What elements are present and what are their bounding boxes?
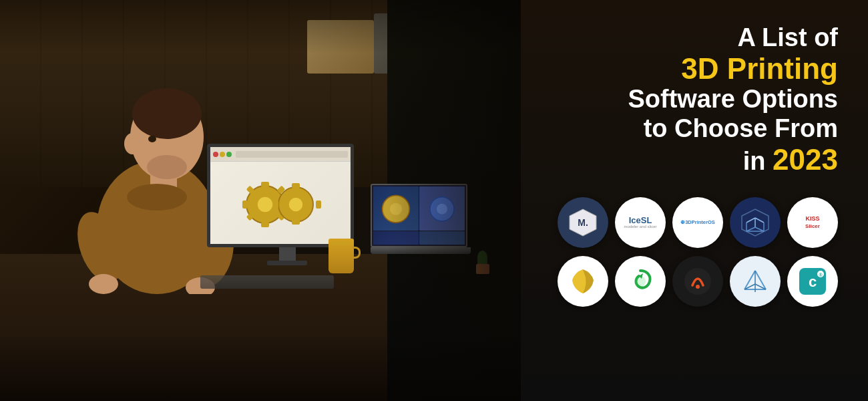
logos-row-2: c ®: [558, 256, 838, 307]
software-logos-grid: M. IceSL modeler and slicer ⊕3DPrinterOS: [558, 197, 838, 307]
logo-netfabb: [730, 256, 781, 307]
svg-line-35: [755, 218, 764, 223]
svg-text:®: ®: [819, 273, 823, 277]
svg-text:c: c: [809, 273, 817, 290]
svg-rect-14: [261, 182, 269, 187]
logo-icesl: IceSL modeler and slicer: [615, 197, 666, 248]
page-container: A List of 3D Printing Software Options t…: [0, 0, 868, 401]
title-line-4: to Choose From: [628, 114, 838, 144]
svg-line-40: [755, 227, 764, 231]
title-line-2: 3D Printing: [628, 53, 838, 85]
title-line-3: Software Options: [628, 85, 838, 114]
svg-point-44: [684, 268, 711, 295]
svg-point-11: [148, 136, 156, 142]
svg-point-4: [127, 184, 187, 211]
svg-point-45: [696, 285, 700, 289]
keyboard: [200, 275, 334, 289]
coffee-cup: [329, 239, 362, 282]
svg-line-41: [746, 227, 755, 231]
top-gradient: [0, 0, 521, 53]
logo-meshlab: M.: [558, 197, 608, 248]
svg-point-13: [257, 196, 273, 213]
logos-row-1: M. IceSL modeler and slicer ⊕3DPrinterOS: [558, 197, 838, 248]
title-line-1: A List of: [628, 23, 838, 53]
svg-point-9: [147, 155, 187, 179]
svg-rect-16: [242, 200, 248, 209]
logo-3dprinteros: ⊕3DPrinterOS: [672, 197, 723, 248]
title-year: 2023: [773, 143, 838, 176]
logo-craftware: [615, 256, 666, 307]
main-title-block: A List of 3D Printing Software Options t…: [628, 23, 838, 177]
svg-point-2: [132, 88, 202, 139]
logo-simplify3d: [558, 256, 608, 307]
logo-3dxpert: [730, 197, 781, 248]
svg-rect-15: [261, 222, 269, 227]
svg-point-7: [89, 274, 118, 294]
bottom-gradient: [0, 334, 521, 401]
hero-image: [0, 0, 521, 401]
title-line-5: in 2023: [628, 143, 838, 177]
svg-rect-26: [316, 200, 321, 209]
svg-rect-24: [292, 183, 300, 188]
logo-ideamaker: [672, 256, 723, 307]
svg-rect-25: [292, 219, 300, 225]
svg-text:M.: M.: [578, 217, 588, 228]
text-content-area: A List of 3D Printing Software Options t…: [521, 0, 868, 401]
svg-point-43: [635, 276, 646, 287]
svg-point-23: [288, 197, 303, 212]
svg-line-36: [746, 218, 755, 223]
svg-point-10: [124, 133, 140, 154]
svg-rect-27: [273, 200, 278, 209]
logo-cura: c ®: [787, 256, 838, 307]
logo-kissslicer: KISS Slicer: [787, 197, 838, 248]
